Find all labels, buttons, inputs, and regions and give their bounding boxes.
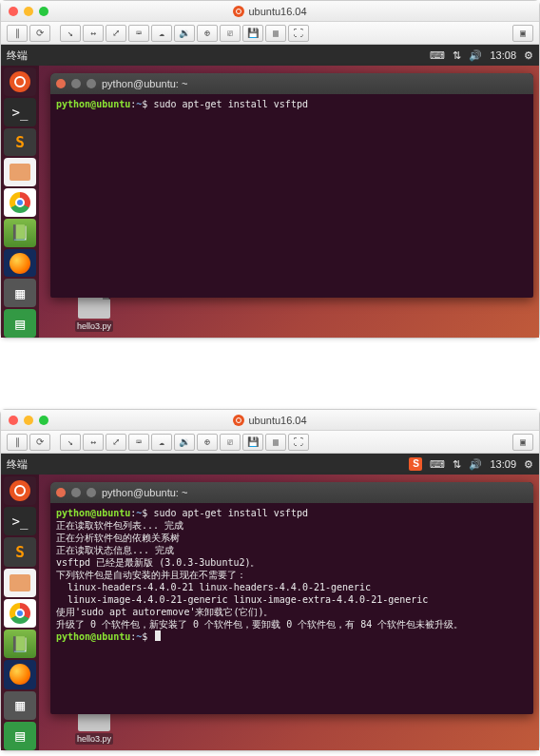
tool-button[interactable]: ⤢ [106, 25, 126, 42]
tool-button[interactable]: ⤢ [106, 434, 126, 451]
files-launcher-icon[interactable] [4, 569, 36, 597]
file-label: hello3.py [75, 733, 113, 745]
sublime-launcher-icon[interactable]: S [4, 537, 36, 566]
clock[interactable]: 13:09 [490, 459, 516, 470]
gear-icon[interactable]: ⚙ [524, 50, 533, 61]
ubuntu-desktop: 终端 ⌨ ⇅ 🔊 13:08 ⚙ >_ S 📗 ▦ ▤ hello3.py [1, 45, 539, 338]
settings-button[interactable]: ▣ [512, 434, 533, 451]
volume-indicator-icon[interactable]: 🔊 [469, 459, 482, 470]
terminal-body[interactable]: python@ubuntu:~$ sudo apt-get install vs… [50, 503, 533, 714]
gnome-top-panel: 终端 ⌨ ⇅ 🔊 13:08 ⚙ [1, 45, 539, 66]
chrome-launcher-icon[interactable] [4, 599, 36, 628]
vm-title: ubuntu16.04 [1, 6, 539, 17]
tool-button[interactable]: ⌨ [128, 25, 149, 42]
tool-button[interactable]: 🔉 [174, 25, 195, 42]
tool-button[interactable]: ▥ [265, 434, 286, 451]
gear-icon[interactable]: ⚙ [524, 459, 533, 470]
files-launcher-icon[interactable] [4, 158, 36, 186]
tool-button[interactable]: ↘ [60, 25, 81, 42]
app-launcher-icon[interactable]: ▦ [4, 691, 36, 720]
tool-button[interactable]: ⊕ [197, 434, 218, 451]
vm-window-bottom: ubuntu16.04 ∥ ⟳ ↘ ↔ ⤢ ⌨ ☁ 🔉 ⊕ ⎚ 💾 ▥ ⛶ ▣ … [0, 409, 540, 751]
ubuntu-icon [233, 415, 244, 426]
term-minimize-icon[interactable] [71, 79, 81, 88]
tool-button[interactable]: ▥ [265, 25, 286, 42]
term-close-icon[interactable] [56, 488, 66, 497]
panel-app-name: 终端 [7, 48, 28, 63]
clock[interactable]: 13:08 [490, 50, 516, 61]
file-label: hello3.py [75, 320, 113, 332]
unity-launcher: >_ S 📗 ▦ ▤ [1, 475, 39, 750]
vm-title: ubuntu16.04 [1, 415, 539, 426]
settings-button[interactable]: ▣ [512, 25, 533, 42]
app-launcher-icon[interactable]: ▦ [4, 279, 36, 307]
term-close-icon[interactable] [56, 79, 66, 88]
tool-button[interactable]: ⛶ [288, 25, 309, 42]
pause-button[interactable]: ∥ [7, 434, 28, 451]
tool-button[interactable]: ☁ [151, 25, 172, 42]
book-launcher-icon[interactable]: 📗 [4, 219, 36, 247]
keyboard-indicator-icon[interactable]: ⌨ [430, 459, 445, 470]
vm-title-text: ubuntu16.04 [248, 415, 306, 426]
firefox-launcher-icon[interactable] [4, 660, 36, 688]
terminal-titlebar: python@ubuntu: ~ [50, 482, 533, 503]
panel-app-name: 终端 [7, 457, 28, 472]
vm-toolbar: ∥ ⟳ ↘ ↔ ⤢ ⌨ ☁ 🔉 ⊕ ⎚ 💾 ▥ ⛶ ▣ [1, 431, 539, 454]
vm-toolbar: ∥ ⟳ ↘ ↔ ⤢ ⌨ ☁ 🔉 ⊕ ⎚ 💾 ▥ ⛶ ▣ [1, 22, 539, 45]
term-maximize-icon[interactable] [87, 488, 96, 497]
firefox-launcher-icon[interactable] [4, 249, 36, 278]
mac-titlebar: ubuntu16.04 [1, 410, 539, 431]
tool-button[interactable]: 🔉 [174, 434, 195, 451]
ubuntu-desktop: 终端 S ⌨ ⇅ 🔊 13:09 ⚙ >_ S 📗 ▦ ▤ hello3.py [1, 454, 539, 750]
sogou-ime-icon[interactable]: S [409, 457, 422, 471]
terminal-window: python@ubuntu: ~ python@ubuntu:~$ sudo a… [50, 73, 533, 298]
keyboard-indicator-icon[interactable]: ⌨ [430, 50, 445, 61]
chrome-launcher-icon[interactable] [4, 188, 36, 217]
tool-button[interactable]: ⛶ [288, 434, 309, 451]
desktop-file[interactable]: hello3.py [68, 292, 121, 332]
sublime-launcher-icon[interactable]: S [4, 128, 36, 157]
tool-button[interactable]: ↔ [83, 434, 104, 451]
ubuntu-icon [233, 6, 244, 17]
volume-indicator-icon[interactable]: 🔊 [469, 50, 482, 61]
snapshot-button[interactable]: ⟳ [29, 25, 50, 42]
tool-button[interactable]: 💾 [242, 434, 263, 451]
terminal-window: python@ubuntu: ~ python@ubuntu:~$ sudo a… [50, 482, 533, 714]
tool-button[interactable]: ↔ [83, 25, 104, 42]
terminal-body[interactable]: python@ubuntu:~$ sudo apt-get install vs… [50, 94, 533, 298]
terminal-title: python@ubuntu: ~ [102, 487, 187, 498]
tool-button[interactable]: ⌨ [128, 434, 149, 451]
tool-button[interactable]: ↘ [60, 434, 81, 451]
dash-icon[interactable] [4, 68, 36, 96]
unity-launcher: >_ S 📗 ▦ ▤ [1, 66, 39, 338]
dash-icon[interactable] [4, 476, 36, 505]
network-indicator-icon[interactable]: ⇅ [453, 459, 461, 470]
snapshot-button[interactable]: ⟳ [29, 434, 50, 451]
terminal-titlebar: python@ubuntu: ~ [50, 73, 533, 94]
terminal-launcher-icon[interactable]: >_ [4, 507, 36, 535]
gnome-top-panel: 终端 S ⌨ ⇅ 🔊 13:09 ⚙ [1, 454, 539, 475]
mac-titlebar: ubuntu16.04 [1, 1, 539, 22]
tool-button[interactable]: ⊕ [197, 25, 218, 42]
network-indicator-icon[interactable]: ⇅ [453, 50, 461, 61]
vm-title-text: ubuntu16.04 [248, 6, 306, 17]
vm-window-top: ubuntu16.04 ∥ ⟳ ↘ ↔ ⤢ ⌨ ☁ 🔉 ⊕ ⎚ 💾 ▥ ⛶ ▣ … [0, 0, 540, 339]
tool-button[interactable]: ⎚ [220, 25, 241, 42]
pause-button[interactable]: ∥ [7, 25, 28, 42]
term-minimize-icon[interactable] [71, 488, 81, 497]
app-launcher-icon[interactable]: ▤ [4, 309, 36, 338]
tool-button[interactable]: ⎚ [220, 434, 241, 451]
app-launcher-icon[interactable]: ▤ [4, 722, 36, 750]
terminal-launcher-icon[interactable]: >_ [4, 98, 36, 126]
book-launcher-icon[interactable]: 📗 [4, 630, 36, 658]
terminal-title: python@ubuntu: ~ [102, 78, 187, 89]
tool-button[interactable]: 💾 [242, 25, 263, 42]
term-maximize-icon[interactable] [87, 79, 96, 88]
tool-button[interactable]: ☁ [151, 434, 172, 451]
